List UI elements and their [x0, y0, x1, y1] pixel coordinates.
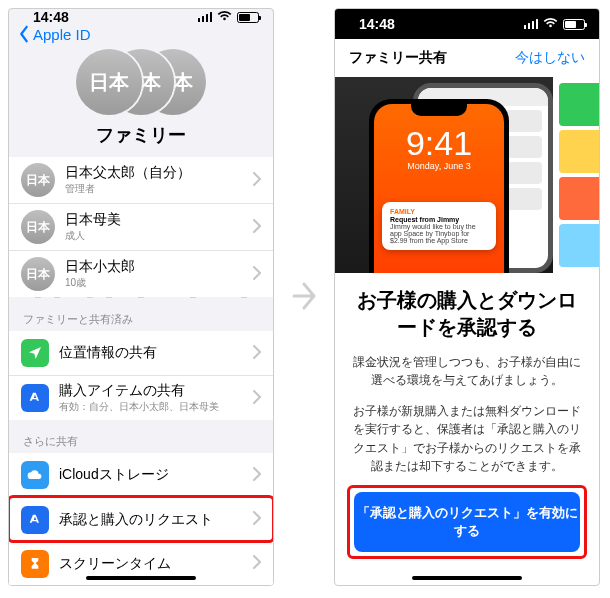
row-label: 位置情報の共有 [59, 344, 157, 362]
row-label: 承認と購入のリクエスト [59, 511, 213, 529]
avatar-icon: 日本 [21, 210, 55, 244]
appstore-icon [21, 384, 49, 412]
chevron-right-icon [253, 390, 261, 407]
member-name: 日本母美 [65, 211, 121, 229]
purchase-sharing-row[interactable]: 購入アイテムの共有 有効：自分、日本小太郎、日本母美 [9, 375, 273, 420]
modal-title: ファミリー共有 [349, 49, 447, 67]
status-icons [524, 17, 586, 31]
hourglass-icon [21, 550, 49, 578]
modal-paragraph: お子様が新規購入または無料ダウンロードを実行すると、保護者は「承認と購入のリクエ… [353, 402, 581, 476]
avatar-circle: 日本 [76, 49, 142, 115]
chevron-right-icon [253, 511, 261, 528]
more-list: iCloudストレージ 承認と購入のリクエスト スクリーンタイム [9, 453, 273, 585]
flow-arrow-icon [290, 276, 318, 319]
chevron-right-icon [253, 172, 261, 189]
member-name: 日本小太郎 [65, 258, 135, 276]
illustration: 9:41 Monday, June 3 FAMILY Request from … [335, 77, 599, 273]
member-role: 管理者 [65, 182, 191, 196]
member-name: 日本父太郎（自分） [65, 164, 191, 182]
lock-time: 9:41 [374, 126, 504, 160]
cloud-icon [21, 461, 49, 489]
page-title: ファミリー [9, 123, 273, 147]
chevron-right-icon [253, 467, 261, 484]
cellular-icon [524, 19, 539, 29]
location-icon [21, 339, 49, 367]
hero: 日本 日本 日本 ファミリー [9, 43, 273, 157]
omission-divider [9, 297, 273, 298]
cellular-icon [198, 12, 213, 22]
chevron-right-icon [253, 266, 261, 283]
row-label: スクリーンタイム [59, 555, 171, 573]
wifi-icon [217, 10, 232, 24]
settings-screen: 14:48 Apple ID 日本 日本 日本 ファミリー [8, 8, 274, 586]
row-label: 購入アイテムの共有 [59, 382, 219, 400]
family-avatars-icon: 日本 日本 日本 [76, 49, 206, 115]
battery-icon [237, 12, 259, 23]
location-sharing-row[interactable]: 位置情報の共有 [9, 331, 273, 375]
chevron-left-icon [17, 25, 31, 43]
cta-highlight: 「承認と購入のリクエスト」を有効にする [347, 485, 587, 559]
phone-front-icon: 9:41 Monday, June 3 FAMILY Request from … [369, 99, 509, 273]
section-header: さらに共有 [9, 420, 273, 453]
home-indicator[interactable] [412, 576, 522, 580]
chevron-right-icon [253, 219, 261, 236]
row-sub: 有効：自分、日本小太郎、日本母美 [59, 400, 219, 414]
avatar-icon: 日本 [21, 257, 55, 291]
notif-title: Request from Jimmy [390, 216, 488, 223]
status-bar: 14:48 [335, 9, 599, 39]
family-members-list: 日本 日本父太郎（自分） 管理者 日本 日本母美 成人 日本 日本小太郎 [9, 157, 273, 297]
enable-ask-to-buy-button[interactable]: 「承認と購入のリクエスト」を有効にする [354, 492, 580, 552]
modal-heading: お子様の購入とダウンロードを承認する [353, 287, 581, 341]
status-time: 14:48 [33, 9, 69, 25]
notif-app: FAMILY [390, 208, 488, 215]
ask-to-buy-modal-screen: 14:48 ファミリー共有 今はしない 9:41 [334, 8, 600, 586]
home-indicator[interactable] [86, 576, 196, 580]
apps-shelf-icon [553, 77, 599, 273]
battery-icon [563, 19, 585, 30]
avatar-icon: 日本 [21, 163, 55, 197]
wifi-icon [543, 17, 558, 31]
status-time: 14:48 [359, 16, 395, 32]
status-icons [198, 10, 260, 24]
member-row[interactable]: 日本 日本父太郎（自分） 管理者 [9, 157, 273, 203]
member-row[interactable]: 日本 日本小太郎 10歳 [9, 250, 273, 297]
back-label: Apple ID [33, 26, 91, 43]
shared-list: 位置情報の共有 購入アイテムの共有 有効：自分、日本小太郎、日本母美 [9, 331, 273, 420]
nav-bar: Apple ID [9, 25, 273, 43]
modal-content: お子様の購入とダウンロードを承認する 課金状況を管理しつつも、お子様が自由に選べ… [335, 273, 599, 475]
lock-date: Monday, June 3 [374, 162, 504, 171]
row-label: iCloudストレージ [59, 466, 169, 484]
status-bar: 14:48 [9, 9, 273, 25]
member-role: 10歳 [65, 276, 135, 290]
section-header: ファミリーと共有済み [9, 298, 273, 331]
notification-card: FAMILY Request from Jimmy Jimmy would li… [382, 202, 496, 250]
chevron-right-icon [253, 345, 261, 362]
appstore-icon [21, 506, 49, 534]
member-row[interactable]: 日本 日本母美 成人 [9, 203, 273, 250]
member-role: 成人 [65, 229, 121, 243]
back-button[interactable]: Apple ID [17, 25, 91, 43]
modal-header: ファミリー共有 今はしない [335, 39, 599, 77]
notif-body: Jimmy would like to buy the app Space by… [390, 223, 488, 244]
ask-to-buy-row[interactable]: 承認と購入のリクエスト [9, 497, 273, 541]
chevron-right-icon [253, 555, 261, 572]
skip-button[interactable]: 今はしない [515, 49, 585, 67]
modal-paragraph: 課金状況を管理しつつも、お子様が自由に選べる環境を与えてあげましょう。 [353, 353, 581, 390]
icloud-storage-row[interactable]: iCloudストレージ [9, 453, 273, 497]
